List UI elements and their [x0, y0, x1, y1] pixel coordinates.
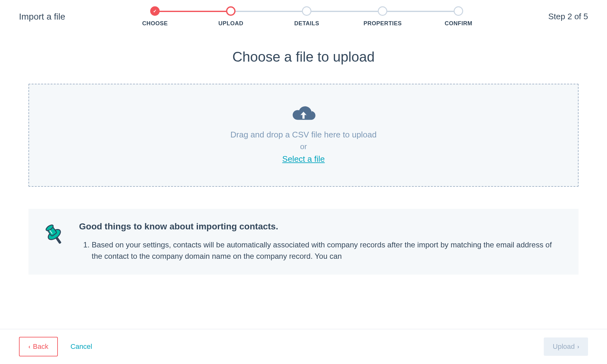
step-label: CONFIRM	[445, 20, 473, 27]
main-content: Choose a file to upload Drag and drop a …	[0, 36, 607, 338]
stepper: ✓ CHOOSE UPLOAD DETAILS PROPERTIES	[65, 6, 548, 27]
step-confirm[interactable]: CONFIRM	[420, 6, 496, 27]
cloud-upload-icon	[289, 103, 318, 122]
header-bar: Import a file ✓ CHOOSE UPLOAD DETAILS PR…	[0, 0, 607, 36]
step-circle-icon	[378, 6, 387, 16]
footer-bar: ‹ Back Cancel Upload ›	[0, 329, 607, 338]
step-label: CHOOSE	[142, 20, 168, 27]
file-dropzone[interactable]: Drag and drop a CSV file here to upload …	[28, 84, 579, 187]
info-panel: Good things to know about importing cont…	[28, 209, 579, 275]
info-content: Good things to know about importing cont…	[79, 221, 563, 262]
step-circle-icon	[226, 6, 236, 16]
step-upload[interactable]: UPLOAD	[193, 6, 269, 27]
main-heading: Choose a file to upload	[28, 49, 579, 65]
step-label: PROPERTIES	[364, 20, 402, 27]
back-button[interactable]: ‹ Back	[19, 337, 58, 338]
dropzone-instruction: Drag and drop a CSV file here to upload	[230, 130, 377, 140]
select-file-link[interactable]: Select a file	[282, 154, 325, 164]
step-circle-icon	[302, 6, 311, 16]
cancel-button[interactable]: Cancel	[71, 337, 92, 338]
info-heading: Good things to know about importing cont…	[79, 221, 563, 232]
step-label: UPLOAD	[218, 20, 243, 27]
page-title: Import a file	[19, 12, 65, 22]
step-circle-icon	[454, 6, 463, 16]
upload-button[interactable]: Upload ›	[544, 337, 588, 338]
step-choose[interactable]: ✓ CHOOSE	[117, 6, 193, 27]
step-label: DETAILS	[294, 20, 319, 27]
info-item: Based on your settings, contacts will be…	[92, 239, 563, 262]
step-details[interactable]: DETAILS	[269, 6, 345, 27]
dropzone-or: or	[300, 142, 307, 151]
step-indicator: Step 2 of 5	[548, 12, 588, 21]
pushpin-icon	[44, 223, 66, 248]
step-properties[interactable]: PROPERTIES	[345, 6, 420, 27]
check-icon: ✓	[150, 6, 160, 16]
